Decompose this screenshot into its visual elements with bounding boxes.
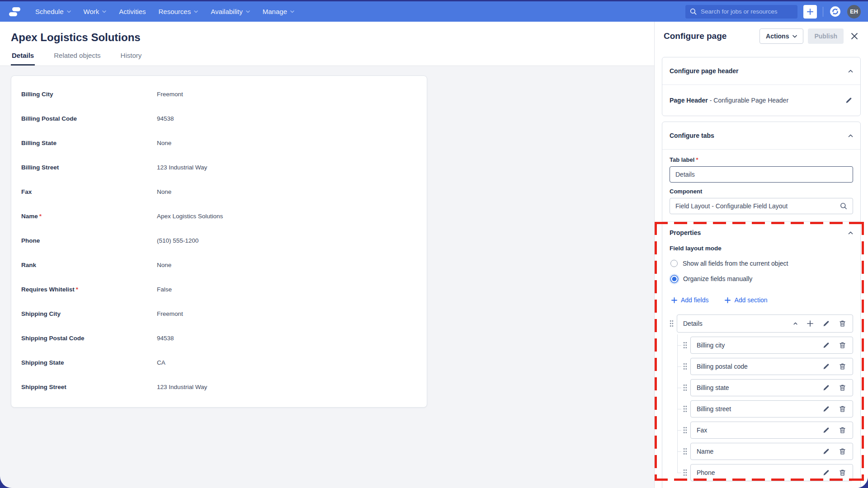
drag-handle-icon [683,363,687,370]
collapse-section-button[interactable] [793,321,798,326]
delete-field-button[interactable] [838,468,847,477]
add-section-button[interactable]: Add section [725,296,767,304]
configure-page-header-toggle[interactable]: Configure page header [662,57,860,84]
global-search[interactable] [685,5,797,19]
component-select[interactable]: Field Layout - Configurable Field Layout [670,198,853,214]
section-fields-list: Billing cityBilling postal codeBilling s… [677,337,853,481]
search-input[interactable] [701,8,793,15]
pencil-icon [823,342,830,349]
chevron-up-icon[interactable] [848,231,853,235]
field-value: None [157,262,171,268]
delete-field-button[interactable] [838,447,847,456]
actions-button[interactable]: Actions [760,28,803,44]
field-label: Shipping Postal Code [21,335,157,342]
tab-details[interactable]: Details [11,52,35,66]
skedulo-logo-icon[interactable] [7,6,22,18]
edit-field-button[interactable] [822,426,830,435]
trash-icon [839,469,846,476]
nav-item-availability[interactable]: Availability [204,1,256,22]
edit-field-button[interactable] [822,384,830,392]
field-item-label: Phone [697,469,814,476]
field-item-billing-city[interactable]: Billing city [690,337,853,354]
trash-icon [839,363,846,370]
field-row: Billing StateNone [11,131,427,155]
pencil-icon [823,427,830,434]
delete-field-button[interactable] [838,341,847,350]
trash-icon [839,320,846,327]
radio-option[interactable]: Show all fields from the current object [670,258,853,268]
delete-field-button[interactable] [838,404,847,413]
field-value: Freemont [157,310,183,317]
radio-option[interactable]: Organize fields manually [670,274,853,284]
edit-field-button[interactable] [822,341,830,350]
configure-tabs-toggle[interactable]: Configure tabs [662,122,860,149]
edit-field-button[interactable] [822,447,830,456]
chevron-down-icon [793,35,797,38]
help-sync-button[interactable] [829,5,841,18]
radio-unselected-icon[interactable] [670,260,678,267]
required-asterisk: * [39,213,42,220]
sync-icon [829,5,841,18]
card-title: Configure page header [670,67,738,75]
field-item-billing-street[interactable]: Billing street [690,400,853,418]
field-label: Phone [21,237,157,244]
card-title: Configure tabs [670,132,714,139]
field-row: Requires Whitelist*False [11,277,427,301]
field-item-name[interactable]: Name [690,443,853,460]
user-avatar[interactable]: EH [847,5,861,19]
field-item-label: Billing postal code [697,363,814,370]
field-item-label: Name [697,448,814,455]
field-row: FaxNone [11,179,427,204]
close-icon [851,33,858,40]
field-label: Requires Whitelist* [21,286,157,293]
tab-related-objects[interactable]: Related objects [53,52,101,66]
field-row: Phone(510) 555-1200 [11,228,427,253]
page-header-component-row: Page Header - Configurable Page Header [662,85,860,116]
radio-selected-icon[interactable] [671,276,678,282]
edit-section-button[interactable] [822,319,830,328]
create-new-button[interactable] [803,5,817,19]
field-row: Shipping Postal Code94538 [11,326,427,350]
field-row: Name*Apex Logistics Solutions [11,204,427,228]
field-item-row: Phone [677,464,853,481]
section-box-details[interactable]: Details [677,314,853,333]
field-label: Shipping City [21,310,157,317]
pencil-icon [823,320,830,327]
publish-button[interactable]: Publish [808,28,844,44]
field-value: (510) 555-1200 [157,237,198,244]
edit-page-header-button[interactable] [844,96,853,105]
delete-field-button[interactable] [838,362,847,371]
chevron-down-icon [194,10,198,13]
field-item-phone[interactable]: Phone [690,464,853,481]
drag-handle-icon [683,342,687,349]
field-item-billing-postal-code[interactable]: Billing postal code [690,358,853,375]
edit-field-button[interactable] [822,405,830,413]
nav-item-label: Activities [119,8,146,15]
field-value: False [157,286,172,293]
tab-history[interactable]: History [120,52,143,66]
field-item-fax[interactable]: Fax [690,422,853,439]
nav-item-label: Availability [211,8,243,15]
nav-item-manage[interactable]: Manage [256,1,301,22]
delete-field-button[interactable] [838,426,847,435]
component-label: Component [670,188,853,195]
field-label: Shipping Street [21,384,157,390]
edit-field-button[interactable] [822,362,830,371]
delete-field-button[interactable] [838,383,847,392]
field-label: Name* [21,213,157,220]
chevron-up-icon [848,134,853,137]
configure-page-panel: Configure page Actions Publish [654,22,868,488]
nav-item-resources[interactable]: Resources [152,1,204,22]
close-panel-button[interactable] [849,31,860,42]
nav-item-work[interactable]: Work [77,1,113,22]
field-label: Fax [21,188,157,195]
tab-label-input[interactable] [670,166,853,183]
edit-field-button[interactable] [822,469,830,477]
add-field-to-section-button[interactable] [806,319,814,328]
pencil-icon [823,448,830,455]
field-item-billing-state[interactable]: Billing state [690,379,853,396]
nav-item-activities[interactable]: Activities [113,1,152,22]
nav-item-schedule[interactable]: Schedule [29,1,77,22]
delete-section-button[interactable] [838,319,847,328]
add-fields-button[interactable]: Add fields [671,296,708,304]
